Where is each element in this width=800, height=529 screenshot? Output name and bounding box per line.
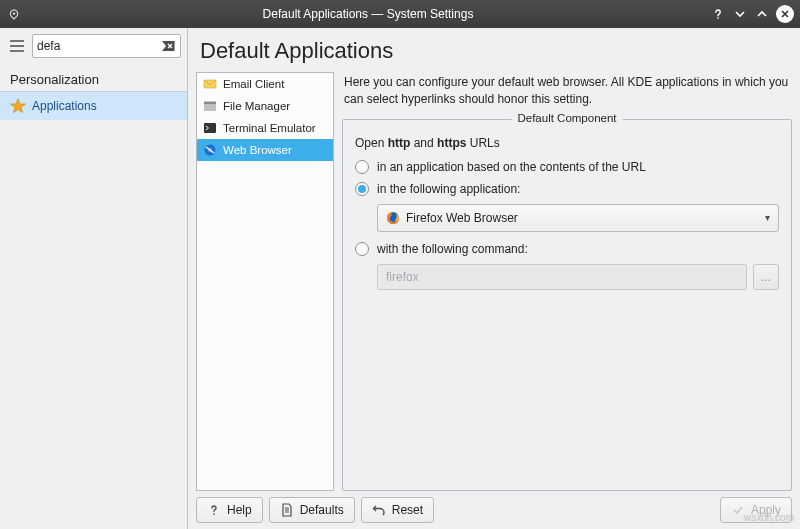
chevron-down-icon: ▾ (765, 212, 770, 223)
watermark: wsxdn.com (744, 512, 794, 523)
browse-button: ... (753, 264, 779, 290)
search-value: defa (37, 39, 160, 53)
button-bar: Help Defaults Reset Apply (196, 491, 792, 523)
component-web-browser[interactable]: Web Browser (197, 139, 333, 161)
svg-point-8 (208, 148, 212, 152)
radio-label: with the following command: (377, 242, 528, 256)
sidebar-item-applications[interactable]: Applications (0, 92, 187, 120)
check-icon (731, 503, 745, 517)
component-label: Email Client (223, 78, 284, 90)
radio-following-command[interactable]: with the following command: (355, 242, 779, 256)
star-icon (10, 98, 26, 114)
hamburger-menu-button[interactable] (6, 35, 28, 57)
search-input[interactable]: defa (32, 34, 181, 58)
svg-rect-5 (204, 104, 216, 111)
maximize-window-icon[interactable] (754, 6, 770, 22)
frame-title: Default Component (511, 112, 622, 124)
mail-icon (203, 77, 217, 91)
document-icon (280, 503, 294, 517)
reset-button[interactable]: Reset (361, 497, 434, 523)
titlebar: Default Applications — System Settings (0, 0, 800, 28)
app-menu-icon (6, 6, 22, 22)
radio-icon (355, 182, 369, 196)
defaults-button[interactable]: Defaults (269, 497, 355, 523)
sidebar-category-header: Personalization (0, 64, 187, 92)
folder-icon (203, 99, 217, 113)
help-button[interactable]: Help (196, 497, 263, 523)
selected-application-label: Firefox Web Browser (406, 211, 765, 225)
open-urls-label: Open http and https URLs (355, 136, 779, 150)
close-window-icon[interactable] (776, 5, 794, 23)
button-label: Defaults (300, 503, 344, 517)
globe-icon (203, 143, 217, 157)
command-placeholder: firefox (386, 270, 419, 284)
svg-point-0 (13, 12, 15, 14)
terminal-icon (203, 121, 217, 135)
page-title: Default Applications (196, 34, 792, 72)
component-list: Email Client File Manager Terminal Emula… (196, 72, 334, 491)
window-title: Default Applications — System Settings (26, 7, 710, 21)
svg-point-10 (213, 513, 215, 515)
svg-rect-6 (204, 123, 216, 133)
command-input: firefox (377, 264, 747, 290)
svg-point-1 (717, 17, 719, 19)
radio-content-based[interactable]: in an application based on the contents … (355, 160, 779, 174)
application-combobox[interactable]: Firefox Web Browser ▾ (377, 204, 779, 232)
firefox-icon (386, 211, 400, 225)
sidebar-item-label: Applications (32, 99, 97, 113)
undo-icon (372, 503, 386, 517)
content: Default Applications Email Client File M… (188, 28, 800, 529)
radio-label: in the following application: (377, 182, 520, 196)
component-terminal-emulator[interactable]: Terminal Emulator (197, 117, 333, 139)
component-label: Web Browser (223, 144, 292, 156)
radio-icon (355, 242, 369, 256)
help-window-icon[interactable] (710, 6, 726, 22)
browse-label: ... (761, 270, 771, 284)
default-component-frame: Default Component Open http and https UR… (342, 119, 792, 491)
component-file-manager[interactable]: File Manager (197, 95, 333, 117)
radio-following-application[interactable]: in the following application: (355, 182, 779, 196)
component-email-client[interactable]: Email Client (197, 73, 333, 95)
button-label: Reset (392, 503, 423, 517)
clear-search-icon[interactable] (160, 38, 176, 54)
component-label: Terminal Emulator (223, 122, 316, 134)
sidebar: defa Personalization Applications (0, 28, 188, 529)
component-label: File Manager (223, 100, 290, 112)
radio-label: in an application based on the contents … (377, 160, 646, 174)
radio-icon (355, 160, 369, 174)
help-icon (207, 503, 221, 517)
button-label: Help (227, 503, 252, 517)
svg-marker-2 (11, 99, 26, 113)
minimize-window-icon[interactable] (732, 6, 748, 22)
